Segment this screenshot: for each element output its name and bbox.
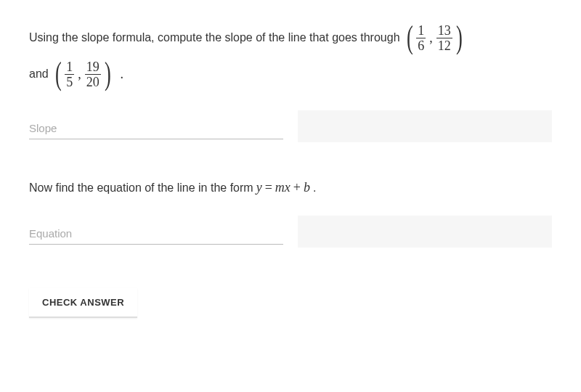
point1-x-fraction: 1 6 bbox=[416, 24, 426, 52]
right-paren-icon: ) bbox=[105, 58, 111, 90]
point1-x-den: 6 bbox=[416, 38, 426, 52]
point-2: ( 1 5 , 19 20 ) bbox=[53, 58, 113, 90]
point2-x-den: 5 bbox=[65, 74, 74, 89]
eq-equals: = bbox=[265, 180, 272, 195]
check-answer-button[interactable]: CHECK ANSWER bbox=[29, 288, 137, 318]
point2-y-den: 20 bbox=[85, 74, 101, 89]
q2-period: . bbox=[313, 181, 316, 195]
point-1: ( 1 6 , 13 12 ) bbox=[405, 22, 465, 54]
left-paren-icon: ( bbox=[55, 58, 62, 90]
right-paren-icon: ) bbox=[456, 22, 463, 54]
q1-prefix-text: Using the slope formula, compute the slo… bbox=[29, 31, 400, 44]
period: . bbox=[121, 67, 124, 82]
eq-m: m bbox=[275, 180, 285, 195]
eq-x: x bbox=[285, 180, 290, 195]
question-1-line-2: and ( 1 5 , 19 20 ) . bbox=[29, 58, 552, 90]
equation-feedback-box bbox=[298, 216, 552, 248]
equation-input-wrap bbox=[29, 221, 283, 245]
comma: , bbox=[78, 67, 81, 82]
slope-feedback-box bbox=[298, 110, 552, 142]
equation-row bbox=[29, 216, 552, 245]
comma: , bbox=[429, 30, 433, 46]
point2-y-num: 19 bbox=[85, 60, 101, 74]
slope-row bbox=[29, 110, 552, 139]
point1-y-fraction: 13 12 bbox=[436, 24, 452, 52]
eq-b: b bbox=[304, 180, 310, 195]
question-1: Using the slope formula, compute the slo… bbox=[29, 22, 552, 139]
point2-x-num: 1 bbox=[65, 60, 74, 74]
left-paren-icon: ( bbox=[406, 22, 413, 54]
point1-y-num: 13 bbox=[436, 24, 452, 38]
point1-y-den: 12 bbox=[436, 38, 452, 52]
point2-x-fraction: 1 5 bbox=[65, 60, 74, 89]
q2-prefix-text: Now find the equation of the line in the… bbox=[29, 181, 253, 195]
eq-y: y bbox=[256, 180, 262, 195]
eq-plus: + bbox=[293, 180, 301, 195]
q2-prompt: Now find the equation of the line in the… bbox=[29, 180, 552, 195]
point1-x-num: 1 bbox=[416, 24, 426, 38]
point2-y-fraction: 19 20 bbox=[85, 60, 101, 89]
slope-input-wrap bbox=[29, 116, 283, 139]
question-2: Now find the equation of the line in the… bbox=[29, 180, 552, 245]
equation-input[interactable] bbox=[29, 221, 283, 245]
slope-input[interactable] bbox=[29, 116, 283, 139]
question-1-line-1: Using the slope formula, compute the slo… bbox=[29, 22, 552, 54]
q1-and-text: and bbox=[29, 68, 49, 81]
